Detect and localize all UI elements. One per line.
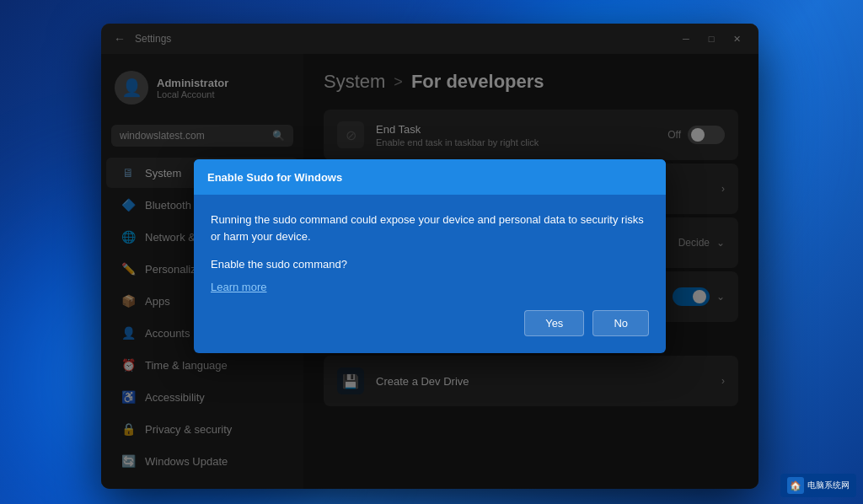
watermark-icon: 🏠 [787, 477, 804, 494]
settings-window: ← Settings ─ □ ✕ 👤 Administrator Local A… [101, 24, 758, 489]
modal-actions: Yes No [211, 310, 649, 340]
modal-title: Enable Sudo for Windows [207, 171, 342, 184]
modal-warning-text: Running the sudo command could expose yo… [211, 212, 649, 244]
modal-question-text: Enable the sudo command? [211, 258, 649, 271]
modal-body: Running the sudo command could expose yo… [194, 195, 666, 353]
modal-header: Enable Sudo for Windows [194, 159, 666, 195]
learn-more-link[interactable]: Learn more [211, 281, 649, 293]
modal-overlay: Enable Sudo for Windows Running the sudo… [101, 24, 758, 489]
no-button[interactable]: No [592, 310, 649, 336]
watermark-text: 电脑系统网 [807, 480, 850, 491]
sudo-confirm-dialog: Enable Sudo for Windows Running the sudo… [194, 159, 666, 353]
yes-button[interactable]: Yes [524, 310, 584, 336]
watermark: 🏠 电脑系统网 [780, 474, 856, 497]
